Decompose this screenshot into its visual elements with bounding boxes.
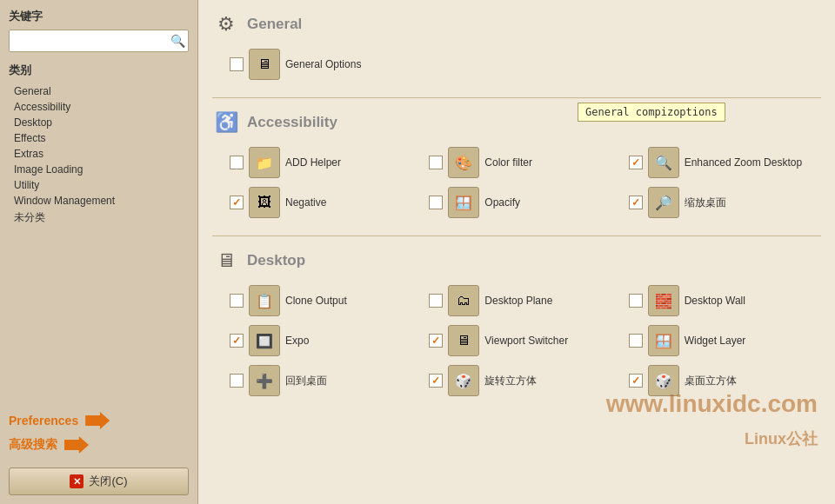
category-nav: GeneralAccessibilityDesktopEffectsExtras… [9, 83, 189, 227]
icon-color-filter: 🎨 [448, 147, 479, 178]
label-negative[interactable]: Negative [285, 196, 326, 209]
items-grid-desktop: 📋Clone Output🗂Desktop Plane🧱Desktop Wall… [212, 285, 821, 396]
item-cell-viewport-switcher: 🖥Viewport Switcher [429, 325, 621, 356]
label-color-filter[interactable]: Color filter [484, 156, 532, 169]
icon-rotate-cube: 🎲 [448, 365, 479, 396]
checkbox-add-helper[interactable] [230, 156, 244, 169]
close-label: 关闭(C) [89, 474, 127, 489]
close-x-icon: ✕ [70, 474, 84, 488]
sidebar-nav-item[interactable]: Extras [9, 146, 189, 162]
icon-desktop-cube: 🎲 [648, 365, 679, 396]
item-cell-color-filter: 🎨Color filter [429, 147, 621, 178]
items-grid-accessibility: 📁ADD Helper🎨Color filter🔍Enhanced Zoom D… [212, 147, 821, 218]
advanced-search-arrow-icon [64, 436, 89, 454]
checkbox-clone-output[interactable] [230, 294, 244, 308]
sidebar-nav-item[interactable]: General [9, 83, 189, 99]
advanced-search-link[interactable]: 高级搜索 [9, 436, 189, 454]
label-general-options[interactable]: General Options [285, 58, 361, 70]
section-icon-accessibility: ♿ [212, 109, 240, 136]
search-input[interactable] [9, 30, 189, 52]
checkbox-enhanced-zoom[interactable] [629, 156, 643, 169]
icon-back-desktop: ➕ [249, 365, 280, 396]
checkbox-expo[interactable] [230, 334, 244, 348]
sidebar-nav-item[interactable]: 未分类 [9, 209, 189, 227]
checkbox-color-filter[interactable] [429, 156, 443, 169]
search-container: 🔍 [9, 30, 189, 52]
checkbox-desktop-plane[interactable] [429, 294, 443, 308]
icon-desktop-plane: 🗂 [448, 285, 479, 316]
item-cell-rotate-cube: 🎲旋转立方体 [429, 365, 621, 396]
sidebar-nav-item[interactable]: Effects [9, 130, 189, 146]
items-grid-general: 🖥General Options [212, 49, 821, 80]
label-back-desktop[interactable]: 回到桌面 [285, 374, 327, 388]
sidebar: 关键字 🔍 类别 GeneralAccessibilityDesktopEffe… [0, 0, 198, 504]
checkbox-general-options[interactable] [230, 57, 244, 71]
label-zoom-desktop[interactable]: 缩放桌面 [685, 196, 726, 210]
tooltip: General compizoptions [578, 103, 725, 122]
section-title-general: General [247, 16, 302, 33]
checkbox-negative[interactable] [230, 196, 244, 209]
item-cell-add-helper: 📁ADD Helper [230, 147, 422, 178]
checkbox-viewport-switcher[interactable] [429, 334, 443, 348]
preferences-label: Preferences [9, 414, 78, 428]
section-icon-general: ⚙ [212, 10, 240, 38]
checkbox-desktop-cube[interactable] [629, 374, 643, 388]
item-cell-negative: 🖼Negative [230, 187, 422, 218]
sidebar-nav-item[interactable]: Window Management [9, 193, 189, 209]
icon-clone-output: 📋 [249, 285, 280, 316]
label-desktop-plane[interactable]: Desktop Plane [484, 295, 552, 307]
close-button[interactable]: ✕ 关闭(C) [9, 468, 189, 495]
icon-widget-layer: 🪟 [648, 325, 679, 356]
item-cell-back-desktop: ➕回到桌面 [230, 365, 422, 396]
watermark: www.linuxidc.com Linux公社 [606, 388, 818, 452]
item-cell-clone-output: 📋Clone Output [230, 285, 422, 316]
icon-add-helper: 📁 [249, 147, 280, 178]
section-general: ⚙General🖥General Options [212, 10, 821, 98]
item-cell-desktop-plane: 🗂Desktop Plane [429, 285, 621, 316]
section-icon-desktop: 🖥 [212, 247, 240, 275]
item-cell-enhanced-zoom: 🔍Enhanced Zoom Desktop [629, 147, 821, 178]
label-desktop-wall[interactable]: Desktop Wall [685, 295, 745, 307]
main-content: General compizoptions ⚙General🖥General O… [198, 0, 835, 504]
icon-zoom-desktop: 🔎 [648, 187, 679, 218]
label-enhanced-zoom[interactable]: Enhanced Zoom Desktop [685, 156, 802, 169]
label-opacify[interactable]: Opacify [484, 196, 520, 209]
label-viewport-switcher[interactable]: Viewport Switcher [484, 335, 568, 347]
icon-opacify: 🪟 [448, 187, 479, 218]
checkbox-rotate-cube[interactable] [429, 374, 443, 388]
sidebar-nav-item[interactable]: Desktop [9, 115, 189, 130]
icon-viewport-switcher: 🖥 [448, 325, 479, 356]
item-cell-opacify: 🪟Opacify [429, 187, 621, 218]
label-desktop-cube[interactable]: 桌面立方体 [685, 374, 737, 388]
keyword-label: 关键字 [9, 9, 189, 24]
checkbox-widget-layer[interactable] [629, 334, 643, 348]
label-clone-output[interactable]: Clone Output [285, 295, 347, 307]
sidebar-nav-item[interactable]: Accessibility [9, 99, 189, 115]
sidebar-nav-item[interactable]: Image Loading [9, 162, 189, 177]
advanced-search-label: 高级搜索 [9, 437, 57, 453]
preferences-link[interactable]: Preferences [9, 412, 189, 429]
item-cell-desktop-wall: 🧱Desktop Wall [629, 285, 821, 316]
section-header-general: ⚙General [212, 10, 821, 38]
label-widget-layer[interactable]: Widget Layer [685, 335, 746, 347]
label-expo[interactable]: Expo [285, 335, 309, 347]
label-rotate-cube[interactable]: 旋转立方体 [484, 374, 537, 388]
section-title-accessibility: Accessibility [247, 114, 337, 131]
section-separator [212, 235, 821, 236]
section-desktop: 🖥Desktop📋Clone Output🗂Desktop Plane🧱Desk… [212, 247, 821, 396]
item-cell-desktop-cube: 🎲桌面立方体 [629, 365, 821, 396]
label-add-helper[interactable]: ADD Helper [285, 156, 341, 169]
section-title-desktop: Desktop [247, 252, 305, 269]
category-label: 类别 [9, 63, 189, 78]
icon-negative: 🖼 [249, 187, 280, 218]
icon-desktop-wall: 🧱 [648, 285, 679, 316]
section-header-accessibility: ♿Accessibility [212, 109, 821, 136]
checkbox-opacify[interactable] [429, 196, 443, 209]
search-clear-button[interactable]: 🔍 [170, 35, 185, 47]
section-accessibility: ♿Accessibility📁ADD Helper🎨Color filter🔍E… [212, 109, 821, 236]
sidebar-nav-item[interactable]: Utility [9, 177, 189, 193]
checkbox-back-desktop[interactable] [230, 374, 244, 388]
checkbox-zoom-desktop[interactable] [629, 196, 643, 209]
checkbox-desktop-wall[interactable] [629, 294, 643, 308]
icon-expo: 🔲 [249, 325, 280, 356]
